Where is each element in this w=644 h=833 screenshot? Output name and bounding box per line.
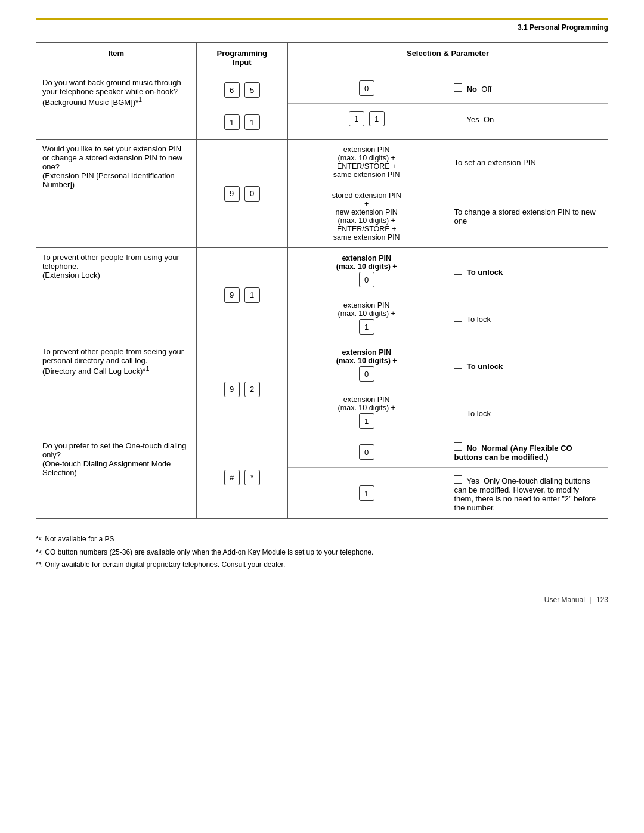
footnote-1: *¹: Not available for a PS [36,533,608,546]
col-header-item: Item [36,43,197,73]
selection-cell-bgm: 0 No Off 1 1 [287,73,608,140]
key-1-dir-lock: 1 [359,413,374,429]
key-hash: # [224,470,240,485]
input-cell-bgm: 6 5 1 1 [196,73,287,140]
key-0-one-touch: 0 [359,444,374,460]
pin-change-left: stored extension PIN+new extension PIN(m… [332,191,401,241]
footer-pipe: | [590,596,592,604]
dir-lock-right: To lock [454,408,490,418]
item-cell-bgm: Do you want back ground music through yo… [36,73,197,140]
key-2-dir: 2 [244,382,260,397]
col-header-input: ProgrammingInput [196,43,287,73]
checkbox-to-lock-1 [454,314,462,322]
dir-unlock-right: To unlock [454,361,503,371]
checkbox-one-touch-no [454,442,462,451]
pin-change-right: To change a stored extension PIN to new … [454,208,599,225]
key-6: 6 [224,82,240,98]
selection-cell-one-touch: 0 No Normal (Any Flexible CO buttons can… [287,436,608,519]
key-1b: 1 [244,114,260,130]
pin-set-right: To set an extension PIN [454,158,535,167]
key-5: 5 [244,82,260,98]
key-row-pin: 9 0 [203,185,281,203]
key-row-dir-lock: 9 2 [203,380,281,398]
table-row-dir-lock: To prevent other people from seeing your… [36,342,608,436]
key-1-lock: 1 [244,287,260,303]
selection-cell-ext-lock: extension PIN(max. 10 digits) + 0 To unl… [287,248,608,342]
table-row: Do you want back ground music through yo… [36,73,608,140]
checkbox-to-lock-2 [454,408,462,416]
col-header-selection: Selection & Parameter [287,43,608,73]
item-cell-dir-lock: To prevent other people from seeing your… [36,342,197,436]
key-row-lock: 9 1 [203,286,281,304]
checkbox-unlock-lock [454,267,462,275]
dir-lock-left: extension PIN(max. 10 digits) + 1 [338,395,395,426]
footnote-3: *³: Only available for certain digital p… [36,559,608,572]
key-1-one-touch: 1 [359,485,374,501]
table-row-ext-lock: To prevent other people from using your … [36,248,608,342]
key-0-bgm: 0 [359,80,374,96]
lock-lock-left: extension PIN(max. 10 digits) + 1 [338,301,395,332]
one-touch-no-param: No Normal (Any Flexible CO buttons can b… [454,442,599,462]
key-star: * [244,470,260,485]
key-row-bgm-2: 1 1 [223,113,261,131]
checkbox-dir-unlock [454,361,462,369]
key-0-pin: 0 [244,186,260,202]
key-9-lock: 9 [224,287,240,303]
lock-unlock-left: extension PIN(max. 10 digits) + 0 [336,254,397,284]
checkbox-yes-on [454,114,462,122]
checkbox-no-off [454,83,462,92]
footer-page: 123 [596,596,608,604]
key-1-lock-btn: 1 [359,319,374,335]
pin-set-left: extension PIN(max. 10 digits) +ENTER/STO… [333,145,400,179]
key-0-dir-unlock: 0 [359,366,374,382]
key-row-one-touch: # * [203,469,281,487]
footnotes: *¹: Not available for a PS *²: CO button… [36,533,608,572]
header-row: 3.1 Personal Programming [36,23,608,32]
footnote-2: *²: CO button numbers (25-36) are availa… [36,546,608,559]
checkbox-one-touch-yes [454,475,462,484]
key-9-dir: 9 [224,382,240,397]
bgm-yes-on: Yes On [454,114,494,124]
key-1a: 1 [224,114,240,130]
item-cell-ext-lock: To prevent other people from using your … [36,248,197,342]
key-1c: 1 [349,111,364,126]
input-cell-one-touch: # * [196,436,287,519]
main-table: Item ProgrammingInput Selection & Parame… [36,42,608,519]
table-row-ext-pin: Would you like to set your extension PIN… [36,140,608,248]
footer-label: User Manual [544,596,585,604]
bgm-no-off: No Off [454,83,491,94]
page-wrapper: 3.1 Personal Programming Item Programmin… [0,0,644,833]
one-touch-yes-param: Yes Only One-touch dialing buttons can b… [454,475,599,512]
section-title: 3.1 Personal Programming [518,23,608,32]
table-row-one-touch: Do you prefer to set the One-touch diali… [36,436,608,519]
footer-row: User Manual | 123 [36,596,608,604]
item-cell-one-touch: Do you prefer to set the One-touch diali… [36,436,197,519]
input-cell-ext-lock: 9 1 [196,248,287,342]
key-9-pin: 9 [224,186,240,202]
input-cell-dir-lock: 9 2 [196,342,287,436]
lock-unlock-right: To unlock [454,267,503,277]
key-row-bgm-1: 6 5 [223,81,261,99]
item-cell-ext-pin: Would you like to set your extension PIN… [36,140,197,248]
key-1d: 1 [369,111,385,126]
key-0-unlock: 0 [359,272,374,287]
input-cell-ext-pin: 9 0 [196,140,287,248]
top-bar [36,18,608,20]
lock-lock-right: To lock [454,314,490,324]
selection-cell-ext-pin: extension PIN(max. 10 digits) +ENTER/STO… [287,140,608,248]
dir-unlock-left: extension PIN(max. 10 digits) + 0 [336,348,397,379]
selection-cell-dir-lock: extension PIN(max. 10 digits) + 0 To unl… [287,342,608,436]
